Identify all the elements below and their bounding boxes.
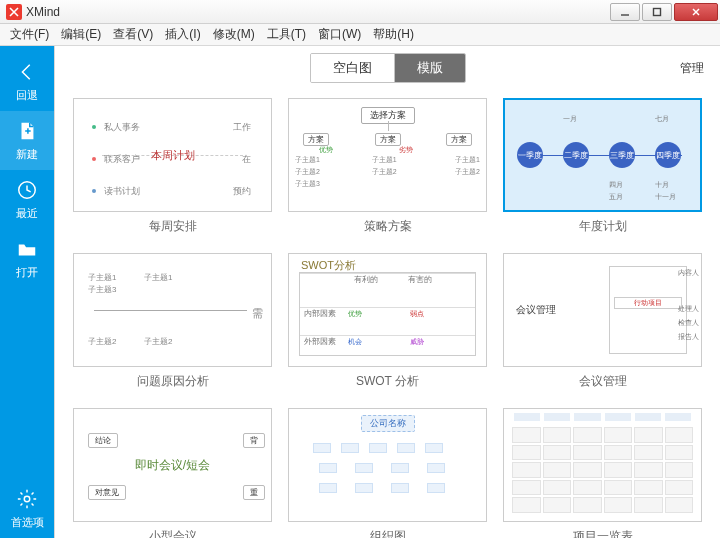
- tab-blank[interactable]: 空白图: [311, 54, 394, 82]
- recent-icon: [15, 178, 39, 202]
- prefs-icon: [15, 487, 39, 511]
- menu-modify[interactable]: 修改(M): [207, 24, 261, 45]
- sidebar-item-prefs[interactable]: 首选项: [0, 479, 54, 538]
- template-title: 问题原因分析: [73, 373, 272, 390]
- template-thumb: SWOT分析 有利的有害的 内部因素 外部因素 优势 弱点 机会 威胁: [288, 253, 487, 367]
- open-icon: [15, 237, 39, 261]
- svg-point-7: [24, 496, 30, 502]
- menu-file[interactable]: 文件(F): [4, 24, 55, 45]
- sidebar-item-label: 最近: [16, 206, 38, 221]
- template-title: 会议管理: [503, 373, 702, 390]
- thumb-heading: SWOT分析: [301, 258, 356, 273]
- template-title: 年度计划: [503, 218, 702, 235]
- sidebar-item-label: 回退: [16, 88, 38, 103]
- tab-template[interactable]: 模版: [394, 54, 465, 82]
- template-thumb: 一季度 二季度 三季度 四季度 一月 七月 四月 十月 五月 十一月: [503, 98, 702, 212]
- menu-help[interactable]: 帮助(H): [367, 24, 420, 45]
- segmented-control: 空白图 模版: [310, 53, 466, 83]
- sidebar-item-label: 首选项: [11, 515, 44, 530]
- template-card-swot[interactable]: SWOT分析 有利的有害的 内部因素 外部因素 优势 弱点 机会 威胁 SWOT…: [288, 253, 487, 390]
- manage-link[interactable]: 管理: [680, 60, 704, 77]
- sidebar-item-recent[interactable]: 最近: [0, 170, 54, 229]
- template-title: SWOT 分析: [288, 373, 487, 390]
- sidebar-item-back[interactable]: 回退: [0, 52, 54, 111]
- template-title: 小型会议: [73, 528, 272, 538]
- template-card-strategy[interactable]: 选择方案 方案 方案 方案 子主题1 子主题2 子主题3 子主题1 子主题2 子…: [288, 98, 487, 235]
- svg-rect-1: [654, 8, 661, 15]
- thumb-root-label: 公司名称: [361, 415, 415, 432]
- tab-row: 空白图 模版 管理: [55, 46, 720, 90]
- sidebar-item-open[interactable]: 打开: [0, 229, 54, 288]
- sidebar: 回退 新建 最近 打开 首选项: [0, 46, 54, 538]
- app-icon: [6, 4, 22, 20]
- thumb-root-label: 会议管理: [516, 303, 556, 317]
- template-grid: 本周计划 私人事务 联系客户 读书计划 工作 在 预约 每周安排: [73, 98, 702, 538]
- template-card-fishbone[interactable]: 需 子主题1 子主题1 子主题2 子主题2 子主题3 问题原因分析: [73, 253, 272, 390]
- template-thumb: 即时会议/短会 结论 对意见 背 重: [73, 408, 272, 522]
- menu-window[interactable]: 窗口(W): [312, 24, 367, 45]
- template-thumb: 选择方案 方案 方案 方案 子主题1 子主题2 子主题3 子主题1 子主题2 子…: [288, 98, 487, 212]
- template-card-meeting[interactable]: 会议管理 行动项目 内容人 处理人 检查人 报告人 会议管理: [503, 253, 702, 390]
- template-title: 策略方案: [288, 218, 487, 235]
- window-close-button[interactable]: [674, 3, 718, 21]
- template-thumb: 需 子主题1 子主题1 子主题2 子主题2 子主题3: [73, 253, 272, 367]
- sidebar-item-label: 新建: [16, 147, 38, 162]
- thumb-center-label: 本周计划: [151, 148, 195, 163]
- sidebar-item-label: 打开: [16, 265, 38, 280]
- window-maximize-button[interactable]: [642, 3, 672, 21]
- template-title: 组织图: [288, 528, 487, 538]
- window-title-bar: XMind: [0, 0, 720, 24]
- template-thumb: 本周计划 私人事务 联系客户 读书计划 工作 在 预约: [73, 98, 272, 212]
- content-area: 空白图 模版 管理 本周计划 私人事务 联系客户 读书计划 工作 在 预约: [54, 46, 720, 538]
- template-title: 每周安排: [73, 218, 272, 235]
- menu-bar: 文件(F) 编辑(E) 查看(V) 插入(I) 修改(M) 工具(T) 窗口(W…: [0, 24, 720, 46]
- thumb-center-label: 即时会议/短会: [135, 457, 210, 474]
- template-card-org[interactable]: 公司名称 组织图: [288, 408, 487, 538]
- template-card-yearly[interactable]: 一季度 二季度 三季度 四季度 一月 七月 四月 十月 五月 十一月 年度计划: [503, 98, 702, 235]
- window-title: XMind: [26, 5, 608, 19]
- template-card-weekly[interactable]: 本周计划 私人事务 联系客户 读书计划 工作 在 预约 每周安排: [73, 98, 272, 235]
- menu-edit[interactable]: 编辑(E): [55, 24, 107, 45]
- template-thumb: 公司名称: [288, 408, 487, 522]
- template-card-overview[interactable]: 项目一览表: [503, 408, 702, 538]
- template-title: 项目一览表: [503, 528, 702, 538]
- new-icon: [15, 119, 39, 143]
- template-thumb: [503, 408, 702, 522]
- menu-insert[interactable]: 插入(I): [159, 24, 206, 45]
- back-icon: [15, 60, 39, 84]
- sidebar-item-new[interactable]: 新建: [0, 111, 54, 170]
- template-card-small-meeting[interactable]: 即时会议/短会 结论 对意见 背 重 小型会议: [73, 408, 272, 538]
- menu-view[interactable]: 查看(V): [107, 24, 159, 45]
- window-minimize-button[interactable]: [610, 3, 640, 21]
- thumb-root-label: 选择方案: [361, 107, 415, 124]
- menu-tools[interactable]: 工具(T): [261, 24, 312, 45]
- template-thumb: 会议管理 行动项目 内容人 处理人 检查人 报告人: [503, 253, 702, 367]
